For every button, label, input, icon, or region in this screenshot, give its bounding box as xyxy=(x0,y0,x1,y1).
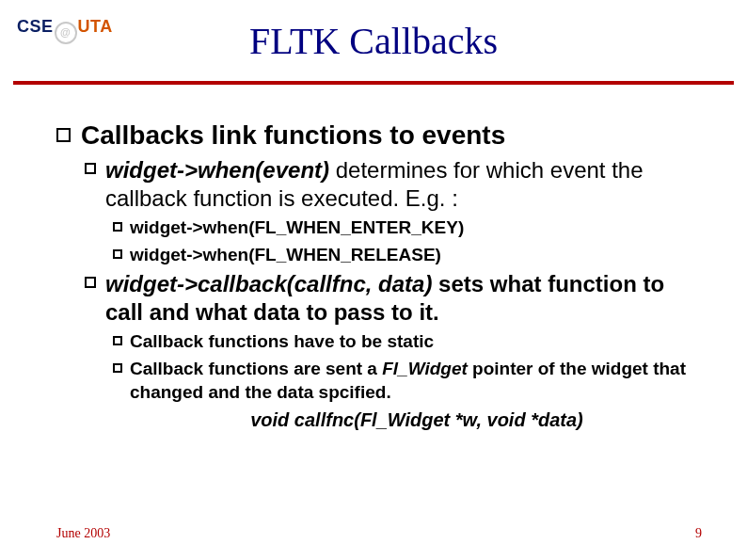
code-when: widget->when(event) xyxy=(105,157,329,183)
code-callback: widget->callback(callfnc, data) xyxy=(105,271,432,296)
bullet-when-enter: widget->when(FL_WHEN_ENTER_KEY) xyxy=(113,216,702,240)
divider xyxy=(13,81,734,85)
bullet-when: widget->when(event) determines for which… xyxy=(85,156,702,213)
bullet-static: Callback functions have to be static xyxy=(113,330,702,354)
footer-date: June 2003 xyxy=(56,526,110,541)
content: Callbacks link functions to events widge… xyxy=(56,113,702,431)
text-pointer-a: Callback functions are sent a xyxy=(130,359,382,378)
code-flwidget: Fl_Widget xyxy=(382,359,468,378)
slide: CSE@UTA FLTK Callbacks Callbacks link fu… xyxy=(0,0,747,560)
code-signature: void callfnc(Fl_Widget *w, void *data) xyxy=(132,409,702,431)
bullet-when-release: widget->when(FL_WHEN_RELEASE) xyxy=(113,244,702,267)
bullet-callbacks: Callbacks link functions to events xyxy=(56,120,702,151)
bullet-pointer: Callback functions are sent a Fl_Widget … xyxy=(113,358,702,404)
bullet-callback: widget->callback(callfnc, data) sets wha… xyxy=(85,270,702,327)
footer-page: 9 xyxy=(695,526,702,541)
slide-title: FLTK Callbacks xyxy=(0,19,747,63)
